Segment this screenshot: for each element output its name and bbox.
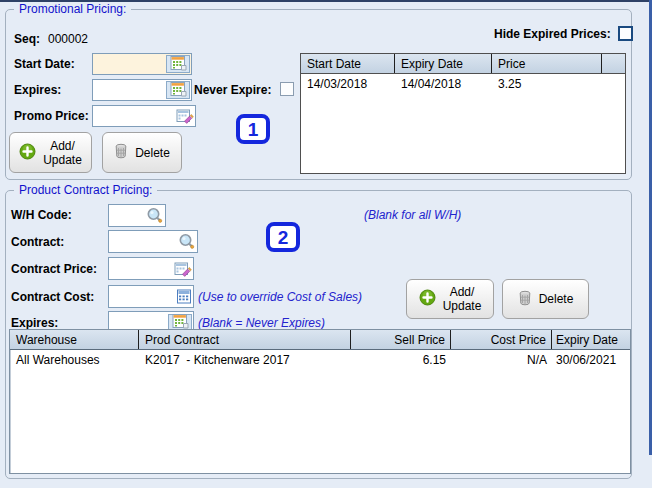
contract-fieldbox xyxy=(108,230,198,253)
column-header: Expiry Date xyxy=(395,54,492,73)
seq-value: 000002 xyxy=(48,32,88,46)
expires-input[interactable] xyxy=(93,80,166,100)
seq-label: Seq: xyxy=(14,32,40,46)
delete-label: Delete xyxy=(539,292,574,306)
contract-price-fieldbox xyxy=(108,257,194,280)
contract-search-icon[interactable] xyxy=(178,233,196,250)
wh-code-search-icon[interactable] xyxy=(146,207,164,224)
contract-cost-input[interactable] xyxy=(109,286,176,307)
contract-cost-hint: (Use to override Cost of Sales) xyxy=(198,290,362,304)
delete-icon xyxy=(518,290,532,309)
add-icon xyxy=(419,289,436,309)
delete-label: Delete xyxy=(135,146,170,160)
calendar-icon xyxy=(170,55,187,74)
add-update-label: Add/Update xyxy=(443,285,482,313)
contract-price-row[interactable]: All Warehouses K2017 - Kitchenware 2017 … xyxy=(10,350,630,370)
promotional-pricing-title: Promotional Pricing: xyxy=(14,2,131,16)
start-date-label: Start Date: xyxy=(14,57,75,71)
column-header: Start Date xyxy=(301,54,395,73)
contract-input[interactable] xyxy=(109,231,178,252)
promo-prices-table-header: Start Date Expiry Date Price xyxy=(301,54,625,74)
calendar-icon xyxy=(170,81,187,100)
contract-prices-table: Warehouse Prod Contract Sell Price Cost … xyxy=(9,329,631,474)
price-edit-calculator-icon xyxy=(176,108,194,124)
promo-price-input[interactable] xyxy=(93,106,176,126)
contract-label: Contract: xyxy=(11,235,64,249)
price-edit-calculator-icon xyxy=(174,261,192,277)
hide-expired-prices-label: Hide Expired Prices: xyxy=(494,27,611,41)
wh-code-input[interactable] xyxy=(109,205,146,226)
column-header: Prod Contract xyxy=(139,330,351,349)
contract-expires-label: Expires: xyxy=(11,316,58,330)
product-contract-pricing-group: Product Contract Pricing: W/H Code: (Bla… xyxy=(5,190,632,479)
add-update-label: Add/Update xyxy=(43,139,82,167)
promotional-pricing-group: Promotional Pricing: Seq: 000002 Start D… xyxy=(5,9,632,180)
promo-delete-button[interactable]: Delete xyxy=(102,132,182,173)
contract-delete-button[interactable]: Delete xyxy=(502,279,589,319)
contract-expires-hint: (Blank = Never Expires) xyxy=(198,316,325,330)
start-date-fieldbox xyxy=(92,53,192,75)
promo-price-label: Promo Price: xyxy=(14,109,89,123)
contract-prices-table-header: Warehouse Prod Contract Sell Price Cost … xyxy=(10,330,630,350)
expires-calendar-button[interactable] xyxy=(166,81,190,99)
promo-price-fieldbox xyxy=(92,105,196,127)
column-header: Sell Price xyxy=(351,330,451,349)
contract-price-label: Contract Price: xyxy=(11,262,97,276)
contract-add-update-button[interactable]: Add/Update xyxy=(406,279,494,319)
wh-code-fieldbox xyxy=(108,204,166,227)
promo-prices-table: Start Date Expiry Date Price 14/03/2018 … xyxy=(300,53,626,174)
start-date-input[interactable] xyxy=(93,54,166,74)
column-header: Price xyxy=(492,54,602,73)
column-header: Warehouse xyxy=(10,330,139,349)
wh-code-hint: (Blank for all W/H) xyxy=(364,208,461,222)
never-expire-checkbox[interactable] xyxy=(280,82,294,96)
add-icon xyxy=(19,143,36,163)
column-header-spacer xyxy=(602,54,625,73)
wh-code-label: W/H Code: xyxy=(11,208,72,222)
column-header: Expiry Date xyxy=(552,330,630,349)
promo-price-row[interactable]: 14/03/2018 14/04/2018 3.25 xyxy=(301,74,625,94)
delete-icon xyxy=(114,143,128,162)
start-date-calendar-button[interactable] xyxy=(166,55,190,73)
calculator-icon xyxy=(176,289,192,304)
expires-label: Expires: xyxy=(14,83,61,97)
product-pricing-screen: Promotional Pricing: Seq: 000002 Start D… xyxy=(0,0,652,488)
product-contract-pricing-title: Product Contract Pricing: xyxy=(14,183,157,197)
annotation-marker-1: 1 xyxy=(236,114,270,144)
contract-cost-label: Contract Cost: xyxy=(11,290,94,304)
promo-add-update-button[interactable]: Add/Update xyxy=(9,132,92,173)
annotation-marker-2: 2 xyxy=(266,222,300,252)
contract-cost-fieldbox xyxy=(108,285,194,308)
column-header: Cost Price xyxy=(451,330,552,349)
hide-expired-prices-checkbox[interactable] xyxy=(618,26,633,41)
contract-price-input[interactable] xyxy=(109,258,174,279)
never-expire-label: Never Expire: xyxy=(194,83,271,97)
expires-fieldbox xyxy=(92,79,192,101)
